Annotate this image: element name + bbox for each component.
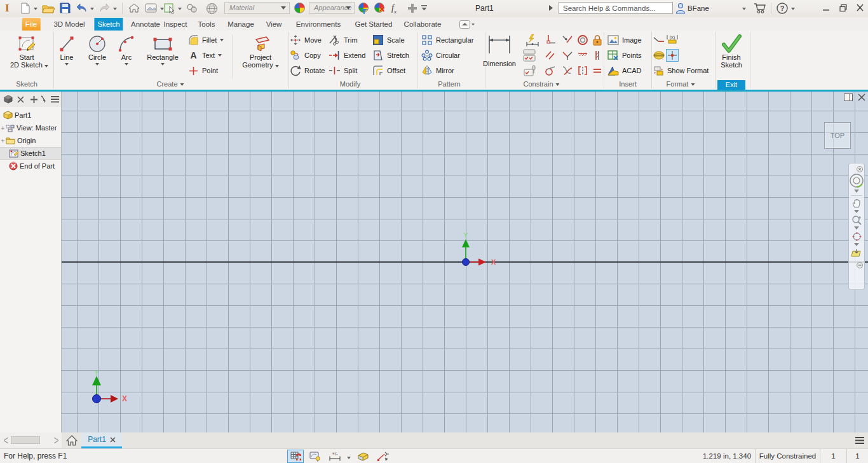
browser-item-sketch1[interactable]: Sketch1: [0, 147, 61, 160]
add-qat-plus-icon[interactable]: [407, 3, 417, 13]
sketch-only-icon[interactable]: [653, 35, 665, 44]
viewcube[interactable]: TOP: [824, 122, 851, 149]
navbar-dropdown-caret[interactable]: [854, 190, 859, 193]
collinear-constraint-icon[interactable]: [562, 34, 573, 46]
tab-tools[interactable]: Tools: [195, 18, 219, 31]
perpendicular-constraint-icon[interactable]: [562, 50, 573, 61]
circle-button[interactable]: Circle: [81, 33, 114, 80]
tangent-constraint-icon[interactable]: [545, 65, 556, 76]
tab-view[interactable]: View: [263, 18, 285, 31]
select-tool-button[interactable]: [164, 3, 176, 14]
point-button[interactable]: Point: [188, 64, 218, 78]
help-dropdown[interactable]: [791, 8, 795, 10]
new-file-dropdown[interactable]: [34, 8, 37, 10]
move-button[interactable]: Move: [290, 33, 322, 47]
browser-cube-icon[interactable]: [4, 95, 13, 104]
constraint-inference-icon[interactable]: [524, 64, 538, 77]
qat-customize-dropdown[interactable]: [421, 5, 427, 11]
stretch-button[interactable]: Stretch: [372, 48, 409, 62]
iso-view-button[interactable]: [355, 450, 371, 463]
steering-wheel-icon[interactable]: [850, 174, 864, 188]
vertical-constraint-icon[interactable]: [592, 50, 603, 61]
new-file-button[interactable]: [20, 3, 31, 14]
expand-icon[interactable]: +: [0, 137, 6, 144]
redo-button[interactable]: [98, 3, 111, 13]
text-button[interactable]: A Text: [188, 48, 222, 62]
restore-button[interactable]: [838, 3, 849, 13]
navbar-caret-3[interactable]: [854, 226, 859, 230]
appearance-combobox[interactable]: Appearance: [309, 2, 355, 14]
open-button[interactable]: [42, 3, 55, 14]
scroll-thumb[interactable]: [11, 436, 40, 444]
material-combobox[interactable]: Material: [224, 2, 290, 14]
select-dropdown[interactable]: [178, 8, 182, 10]
minimize-button[interactable]: [821, 3, 832, 13]
parameters-fx-button[interactable]: fx: [391, 3, 397, 15]
rotate-button[interactable]: Rotate: [290, 64, 325, 78]
trim-button[interactable]: Trim: [329, 33, 358, 47]
project-geometry-button[interactable]: Project Geometry: [241, 33, 280, 80]
browser-scrollbar[interactable]: [0, 432, 62, 448]
undo-dropdown[interactable]: [90, 8, 94, 10]
component-link-icon[interactable]: [186, 3, 198, 13]
orbit-icon[interactable]: [851, 232, 862, 242]
equal-constraint-icon[interactable]: [592, 65, 603, 76]
scroll-left-icon[interactable]: [4, 438, 8, 443]
dimension-button[interactable]: Dimension: [480, 33, 519, 80]
undo-button[interactable]: [76, 3, 88, 13]
navbar-close-icon[interactable]: [857, 166, 863, 172]
show-format-button[interactable]: Show Format: [653, 64, 709, 78]
tab-file[interactable]: File: [22, 18, 41, 31]
browser-add-icon[interactable]: [31, 96, 37, 103]
fillet-button[interactable]: Fillet: [188, 33, 224, 47]
close-button[interactable]: [855, 3, 865, 13]
tab-collaborate[interactable]: Collaborate: [401, 18, 445, 31]
home-button[interactable]: [128, 3, 140, 13]
sketch-visibility-toggle[interactable]: [308, 450, 323, 463]
symmetric-constraint-icon[interactable]: [577, 65, 588, 76]
browser-close-icon[interactable]: [17, 96, 24, 103]
driven-dimension-icon[interactable]: (x): [667, 34, 678, 45]
ribbon-collapse-button[interactable]: [459, 20, 475, 29]
browser-filter-icon[interactable]: [40, 95, 46, 104]
canvas-close-icon[interactable]: [858, 93, 865, 101]
app-store-cart-icon[interactable]: [754, 3, 766, 14]
browser-item-view-master[interactable]: + View: Master: [0, 121, 61, 134]
browser-menu-icon[interactable]: [51, 96, 59, 103]
circular-pattern-button[interactable]: Circular: [421, 48, 460, 62]
offset-button[interactable]: Offset: [372, 64, 405, 78]
dimension-display-toggle[interactable]: +/-: [327, 450, 343, 463]
split-button[interactable]: Split: [329, 64, 357, 78]
tab-get-started[interactable]: Get Started: [352, 18, 396, 31]
group-label-constrain[interactable]: Constrain: [523, 80, 559, 89]
redo-dropdown[interactable]: [113, 8, 117, 10]
insert-acad-button[interactable]: ACAD: [607, 64, 642, 78]
dimension-display-dropdown[interactable]: [347, 457, 351, 459]
navbar-caret-4[interactable]: [854, 243, 859, 246]
tab-annotate[interactable]: Annotate: [128, 18, 163, 31]
horizontal-constraint-icon[interactable]: [577, 50, 588, 61]
copy-button[interactable]: Copy: [290, 48, 321, 62]
material-browser-icon[interactable]: [206, 3, 218, 15]
insert-image-button[interactable]: Image: [607, 33, 642, 47]
browser-item-end-of-part[interactable]: End of Part: [0, 160, 61, 172]
navbar-caret-2[interactable]: [854, 210, 859, 213]
split-view-icon[interactable]: [844, 93, 853, 101]
start-2d-sketch-button[interactable]: Start 2D Sketch: [10, 33, 43, 80]
browser-item-part1[interactable]: Part1: [0, 109, 61, 121]
construction-icon[interactable]: [653, 50, 665, 60]
concentric-constraint-icon[interactable]: [577, 34, 588, 46]
browser-item-origin[interactable]: + Origin: [0, 134, 61, 147]
smooth-constraint-icon[interactable]: [562, 65, 573, 76]
screenshot-button[interactable]: [145, 3, 158, 13]
pan-hand-icon[interactable]: [851, 198, 862, 209]
rectangular-pattern-button[interactable]: Rectangular: [421, 33, 473, 47]
save-button[interactable]: [60, 3, 71, 13]
tab-sketch[interactable]: Sketch: [94, 18, 123, 31]
group-label-create[interactable]: Create: [156, 80, 184, 89]
arc-button[interactable]: Arc: [110, 33, 143, 80]
centerpoint-toggle-selected[interactable]: [666, 49, 679, 62]
tab-3d-model[interactable]: 3D Model: [50, 18, 88, 31]
tab-environments[interactable]: Environments: [293, 18, 344, 31]
look-at-icon[interactable]: [851, 249, 862, 258]
